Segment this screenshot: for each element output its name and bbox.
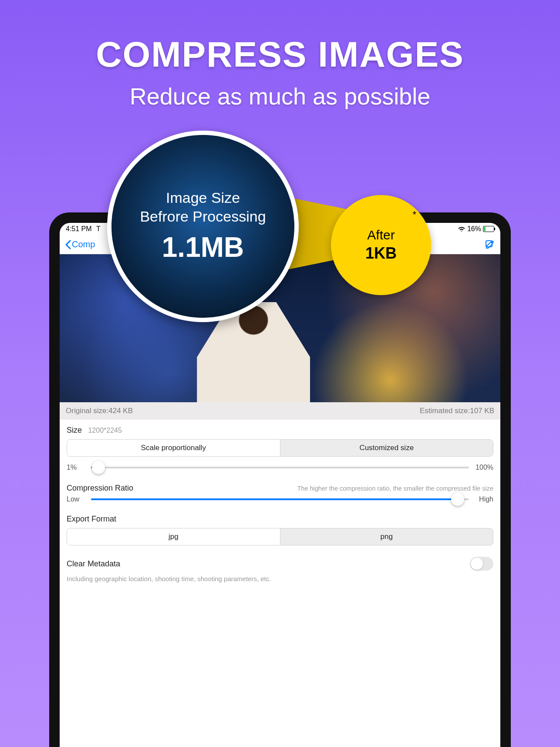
metadata-toggle[interactable] [470, 557, 493, 571]
status-right: 16% [458, 225, 494, 233]
compression-label: Compression Ratio [67, 484, 133, 493]
after-label: After [367, 228, 395, 242]
original-size: Original size:424 KB [66, 407, 133, 415]
size-min: 1% [67, 464, 87, 471]
before-line1: Image Size [166, 189, 240, 206]
back-label: Comp [72, 239, 95, 249]
size-segmented: Scale proportionally Customized size [67, 439, 493, 457]
compression-slider-thumb[interactable] [451, 493, 464, 506]
asterisk: * [412, 209, 416, 220]
hero-subtitle: Reduce as much as possible [0, 83, 560, 110]
before-line2: Befrore Processing [140, 208, 266, 225]
size-section: Size 1200*2245 Scale proportionally Cust… [60, 420, 500, 585]
status-extra: T [96, 225, 101, 232]
back-button[interactable]: Comp [65, 239, 95, 249]
seg-png[interactable]: png [280, 528, 493, 545]
app-screen: 4:51 PM T 16% Comp Original size:424 KB … [60, 223, 500, 747]
wifi-icon [458, 226, 466, 232]
seg-customized-size[interactable]: Customized size [280, 440, 493, 456]
metadata-desc: Including geographic location, shooting … [67, 575, 493, 582]
chevron-left-icon [65, 240, 71, 249]
after-value: 1KB [365, 244, 397, 262]
compression-high: High [473, 495, 493, 503]
before-callout: Image Size Befrore Processing 1.1MB [107, 131, 299, 322]
battery-icon [483, 226, 494, 232]
after-callout: * After 1KB [331, 195, 431, 295]
seg-jpg[interactable]: jpg [67, 528, 280, 545]
size-info-bar: Original size:424 KB Estimated size:107 … [60, 402, 500, 420]
status-time: 4:51 PM [66, 225, 92, 232]
compression-slider-row: Low High [67, 495, 493, 503]
tablet-frame: 4:51 PM T 16% Comp Original size:424 KB … [49, 212, 511, 747]
battery-percent: 16% [467, 225, 481, 233]
metadata-row: Clear Metadata [67, 557, 493, 571]
estimated-size: Estimated size:107 KB [420, 407, 494, 415]
size-slider[interactable] [91, 467, 469, 468]
footnote: * Actual result differs depending on the… [145, 705, 415, 719]
status-left: 4:51 PM T [66, 225, 101, 233]
size-dimensions: 1200*2245 [88, 427, 121, 434]
seg-scale-proportionally[interactable]: Scale proportionally [67, 440, 280, 456]
export-segmented: jpg png [67, 528, 493, 545]
before-value: 1.1MB [162, 231, 244, 263]
compression-hint: The higher the compression ratio, the sm… [133, 485, 493, 492]
metadata-label: Clear Metadata [67, 559, 120, 569]
hero: COMPRESS IMAGES Reduce as much as possib… [0, 0, 560, 110]
size-slider-thumb[interactable] [92, 461, 105, 474]
hero-title: COMPRESS IMAGES [0, 34, 560, 75]
size-label: Size [67, 426, 82, 434]
compression-slider[interactable] [91, 498, 469, 500]
compression-low: Low [67, 495, 87, 503]
size-slider-row: 1% 100% [67, 464, 493, 471]
size-max: 100% [473, 464, 493, 471]
compose-icon[interactable] [485, 239, 495, 250]
compression-header-row: Compression Ratio The higher the compres… [67, 484, 493, 493]
export-label: Export Format [67, 515, 493, 524]
